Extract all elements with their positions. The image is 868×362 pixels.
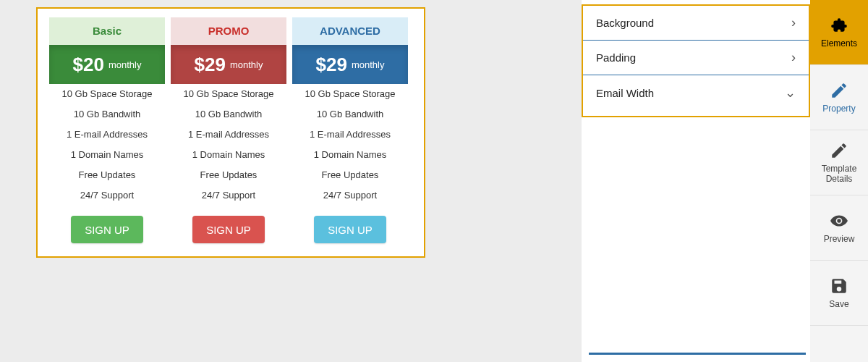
- plan-feature: Free Updates: [49, 165, 165, 185]
- plan-price-amount: $20: [73, 54, 104, 76]
- pricing-plan-promo: PROMO $29 monthly 10 Gb Space Storage 10…: [171, 17, 286, 243]
- plan-price-period: monthly: [352, 59, 385, 70]
- property-row-background[interactable]: Background ›: [583, 6, 809, 41]
- tool-tab-property[interactable]: Property: [810, 65, 868, 130]
- plan-feature: 10 Gb Bandwith: [292, 104, 408, 125]
- property-label: Email Width: [596, 87, 654, 99]
- plan-feature: 1 E-mail Addresses: [171, 125, 286, 145]
- plan-price: $29 monthly: [171, 45, 286, 84]
- plan-price-period: monthly: [230, 59, 263, 70]
- plan-feature: 24/7 Support: [292, 185, 408, 206]
- right-toolbar: Elements Property Template Details Previ…: [810, 0, 868, 362]
- plan-name: Basic: [49, 17, 165, 45]
- plan-feature: Free Updates: [292, 165, 408, 185]
- plan-price: $29 monthly: [292, 45, 408, 84]
- property-label: Background: [596, 17, 654, 29]
- plan-price: $20 monthly: [49, 45, 165, 84]
- floppy-icon: [830, 277, 848, 295]
- editor-canvas[interactable]: Basic $20 monthly 10 Gb Space Storage 10…: [0, 0, 582, 362]
- plan-price-period: monthly: [109, 59, 142, 70]
- tool-label: Template Details: [810, 164, 868, 183]
- tool-tab-save[interactable]: Save: [810, 261, 868, 326]
- puzzle-icon: [830, 16, 848, 35]
- tool-tab-preview[interactable]: Preview: [810, 195, 868, 261]
- signup-button-promo[interactable]: SIGN UP: [192, 216, 265, 243]
- plan-feature: 1 Domain Names: [171, 145, 286, 165]
- eye-icon: [830, 211, 848, 230]
- chevron-down-icon: ⌄: [785, 85, 796, 101]
- plan-feature: 10 Gb Space Storage: [292, 84, 408, 104]
- property-row-email-width[interactable]: Email Width ⌄: [583, 75, 809, 110]
- plan-name: PROMO: [171, 17, 286, 45]
- plan-feature: 10 Gb Bandwith: [171, 104, 286, 125]
- plan-feature: 10 Gb Space Storage: [49, 84, 165, 104]
- selected-element-frame[interactable]: Basic $20 monthly 10 Gb Space Storage 10…: [36, 7, 425, 258]
- plan-feature: 24/7 Support: [49, 185, 165, 206]
- plan-feature: 10 Gb Bandwith: [49, 104, 165, 125]
- pricing-table: Basic $20 monthly 10 Gb Space Storage 10…: [49, 17, 412, 243]
- property-label: Padding: [596, 51, 636, 64]
- tool-tab-elements[interactable]: Elements: [810, 0, 868, 65]
- plan-feature: 1 Domain Names: [292, 145, 408, 165]
- tool-label: Preview: [824, 235, 855, 244]
- signup-button-basic[interactable]: SIGN UP: [71, 216, 143, 243]
- plan-feature: Free Updates: [171, 165, 286, 185]
- plan-price-amount: $29: [195, 54, 226, 76]
- plan-price-amount: $29: [316, 54, 347, 76]
- chevron-right-icon: ›: [791, 50, 796, 65]
- plan-feature: 1 Domain Names: [49, 145, 165, 165]
- signup-button-advanced[interactable]: SIGN UP: [314, 216, 386, 243]
- tool-label: Save: [829, 300, 848, 309]
- tool-label: Property: [822, 104, 855, 114]
- pricing-plan-advanced: ADVANCED $29 monthly 10 Gb Space Storage…: [292, 17, 408, 243]
- pencil-icon: [830, 81, 848, 100]
- tool-label: Elements: [821, 39, 857, 49]
- plan-feature: 1 E-mail Addresses: [49, 125, 165, 145]
- pricing-plan-basic: Basic $20 monthly 10 Gb Space Storage 10…: [49, 17, 165, 243]
- plan-name: ADVANCED: [292, 17, 408, 45]
- property-row-padding[interactable]: Padding ›: [583, 41, 809, 75]
- panel-accent-line: [589, 353, 806, 355]
- tool-tab-template-details[interactable]: Template Details: [810, 130, 868, 195]
- plan-feature: 1 E-mail Addresses: [292, 125, 408, 145]
- pencil-icon: [830, 141, 848, 160]
- chevron-right-icon: ›: [791, 15, 796, 30]
- properties-panel: Background › Padding › Email Width ⌄: [582, 0, 810, 362]
- properties-frame: Background › Padding › Email Width ⌄: [582, 4, 810, 117]
- plan-feature: 10 Gb Space Storage: [171, 84, 286, 104]
- plan-feature: 24/7 Support: [171, 185, 286, 206]
